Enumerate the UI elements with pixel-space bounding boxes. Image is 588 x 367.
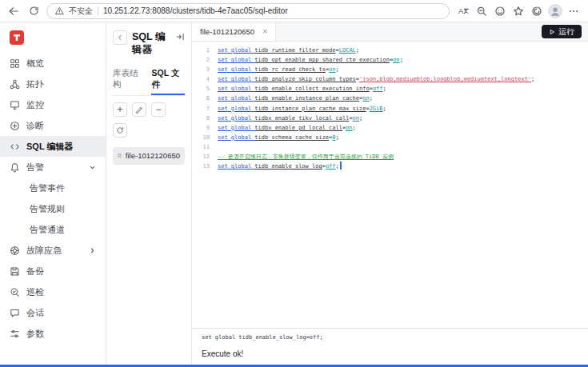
code-line[interactable]: 12-- 是否开启慢日志，非集群级变量，仅作用于当前连接的 TiDB 实例 xyxy=(192,152,588,162)
sql-files-panel: SQL 编辑器 库表结构 SQL 文件 + − file-1012120650 xyxy=(106,22,192,365)
chevron-left-icon xyxy=(116,34,124,42)
code-line[interactable]: 8set global tidbx_enable_tikv_local_call… xyxy=(192,114,588,123)
panel-back-button[interactable] xyxy=(113,30,127,45)
line-number: 8 xyxy=(192,114,210,123)
line-number: 4 xyxy=(192,74,210,84)
play-icon xyxy=(549,29,555,35)
rename-file-button[interactable] xyxy=(132,102,146,117)
svg-text:A: A xyxy=(458,6,464,15)
add-file-button[interactable]: + xyxy=(113,102,127,117)
sidebar-item-label: 告警 xyxy=(26,162,44,174)
editor-tab-label: file-1012120650 xyxy=(200,27,254,36)
code-line[interactable]: 9set global tidbx_enable_pd_local_call=o… xyxy=(192,123,588,133)
refresh-icon xyxy=(29,6,39,16)
tab-sql-files[interactable]: SQL 文件 xyxy=(151,65,185,95)
expand-panel-icon[interactable] xyxy=(175,32,185,42)
translate-icon[interactable]: A xyxy=(455,3,471,19)
sidebar-item-label: 告警通道 xyxy=(30,224,65,236)
sidebar-item-inspection[interactable]: 巡检 xyxy=(0,281,106,302)
bell-icon xyxy=(10,162,20,173)
line-number: 12 xyxy=(192,152,210,162)
sidebar-item-label: 拓扑 xyxy=(26,78,44,90)
run-button-label: 运行 xyxy=(558,26,574,38)
file-list-item[interactable]: file-1012120650 xyxy=(113,147,185,165)
url-text: 10.251.22.73:8088/clusters/tidb-4e7aac05… xyxy=(103,6,288,15)
topology-icon xyxy=(10,79,20,90)
delete-file-button[interactable]: − xyxy=(151,102,166,117)
sidebar-item-topology[interactable]: 拓扑 xyxy=(0,74,106,94)
refresh-button[interactable] xyxy=(26,4,41,18)
line-number: 1 xyxy=(192,46,210,55)
code-line[interactable]: 4set global tidb_analyze_skip_column_typ… xyxy=(192,74,588,84)
security-label: 不安全 xyxy=(69,6,93,17)
code-line[interactable]: 5set global tidb_enable_collect_executio… xyxy=(192,84,588,94)
sidebar-item-label: 会话 xyxy=(26,307,44,319)
code-line[interactable]: 13set global tidb_enable_slow_log=off; xyxy=(192,162,588,171)
sidebar-item-label: 巡检 xyxy=(26,286,44,298)
file-name: file-1012120650 xyxy=(126,151,180,160)
save-disk-icon xyxy=(10,266,20,277)
code-line[interactable]: 7set global tidb_instance_plan_cache_max… xyxy=(192,104,588,114)
browser-toolbar: 不安全 10.251.22.73:8088/clusters/tidb-4e7a… xyxy=(0,0,588,22)
tidb-logo[interactable] xyxy=(0,27,106,53)
sidebar-item-label: 诊断 xyxy=(26,120,44,132)
copilot-icon[interactable] xyxy=(529,3,545,19)
favorites-star-icon[interactable] xyxy=(510,3,526,19)
profile-avatar[interactable] xyxy=(547,3,563,19)
close-tab-icon[interactable]: × xyxy=(262,27,267,36)
line-number: 7 xyxy=(192,104,210,114)
file-icon xyxy=(118,151,122,160)
code-editor[interactable]: 1set global tidb_runtime_filter_mode=LOC… xyxy=(192,42,588,328)
back-button[interactable] xyxy=(6,4,21,18)
sidebar-item-alert-rules[interactable]: 告警规则 xyxy=(0,198,106,219)
grid-icon xyxy=(10,58,20,69)
execution-result: Execute ok! xyxy=(202,349,578,358)
line-number: 11 xyxy=(192,142,210,152)
tab-schema[interactable]: 库表结构 xyxy=(113,65,143,95)
sidebar-item-monitoring[interactable]: 监控 xyxy=(0,94,106,115)
text-cursor xyxy=(340,162,342,170)
code-line[interactable]: 6set global tidb_enable_instance_plan_ca… xyxy=(192,94,588,103)
sidebar-item-parameters[interactable]: 参数 xyxy=(0,323,106,344)
code-line[interactable]: 2set global tidb_opt_enable_mpp_shared_c… xyxy=(192,55,588,65)
back-arrow-icon xyxy=(8,6,19,17)
lifebuoy-icon xyxy=(10,245,20,256)
sidebar-item-label: 告警事件 xyxy=(30,182,65,194)
sidebar-item-sql-editor[interactable]: SQL 编辑器 xyxy=(0,136,106,157)
sidebar-item-overview[interactable]: 概览 xyxy=(0,53,106,74)
diagnosis-icon xyxy=(10,121,20,131)
editor-tabbar: file-1012120650 × 运行 xyxy=(192,22,588,42)
refresh-files-button[interactable] xyxy=(113,123,127,138)
sidebar-item-alerts[interactable]: 告警 xyxy=(0,157,106,178)
monitor-icon xyxy=(10,100,20,110)
zoom-icon[interactable] xyxy=(474,3,490,19)
code-line[interactable]: 10set global tidb_schema_cache_size=0; xyxy=(192,133,588,142)
sidebar-item-label: 备份 xyxy=(26,265,44,277)
sidebar-item-alert-channels[interactable]: 告警通道 xyxy=(0,219,106,240)
line-number: 6 xyxy=(192,94,210,103)
sidebar-item-diagnosis[interactable]: 诊断 xyxy=(0,115,106,136)
sidebar-item-label: 告警规则 xyxy=(30,203,65,215)
code-line[interactable]: 1set global tidb_runtime_filter_mode=LOC… xyxy=(192,46,588,55)
sidebar-item-label: SQL 编辑器 xyxy=(26,141,73,153)
line-number: 2 xyxy=(192,55,210,65)
address-bar[interactable]: 不安全 10.251.22.73:8088/clusters/tidb-4e7a… xyxy=(46,3,450,19)
sliders-icon xyxy=(10,329,20,339)
code-line[interactable]: 11 xyxy=(192,142,588,152)
sidebar-item-label: 故障应急 xyxy=(26,245,62,257)
output-panel: set global tidb_enable_slow_log=off; Exe… xyxy=(192,328,588,365)
run-button[interactable]: 运行 xyxy=(542,25,582,38)
sidebar-item-sessions[interactable]: 会话 xyxy=(0,302,106,323)
more-menu-icon[interactable] xyxy=(566,3,582,19)
editor-tab[interactable]: file-1012120650 × xyxy=(192,22,276,41)
panel-title: SQL 编辑器 xyxy=(132,30,170,57)
sidebar-item-fault-emergency[interactable]: 故障应急 xyxy=(0,240,106,261)
smiley-icon[interactable] xyxy=(492,3,508,19)
code-line[interactable]: 3set global tidb_rc_read_check_ts=on; xyxy=(192,65,588,74)
sidebar-item-backup[interactable]: 备份 xyxy=(0,261,106,281)
sidebar-item-alert-events[interactable]: 告警事件 xyxy=(0,178,106,198)
pencil-icon xyxy=(135,106,143,114)
executed-statement: set global tidb_enable_slow_log=off; xyxy=(202,334,578,341)
code-icon xyxy=(10,142,20,152)
chat-bubble-icon xyxy=(10,308,20,318)
